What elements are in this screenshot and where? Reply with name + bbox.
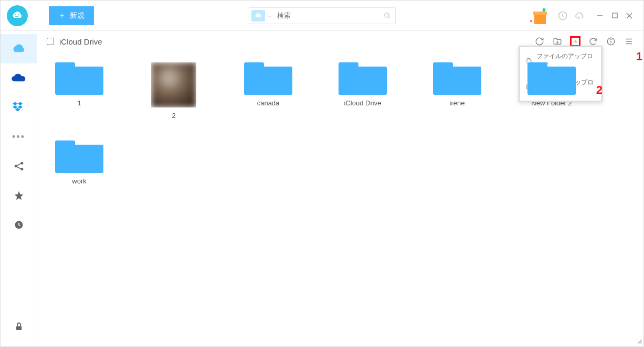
select-all-checkbox[interactable]	[47, 38, 54, 45]
top-right-controls	[530, 5, 638, 26]
folder-icon	[244, 62, 292, 95]
file-grid: 1 2 canada iCloud Drive irene New Folder…	[37, 52, 643, 196]
item-label: 1	[77, 99, 81, 107]
sidebar-item-lock[interactable]	[1, 317, 37, 346]
item-label: irene	[450, 99, 465, 107]
annotation-1: 1	[636, 50, 642, 63]
sidebar-item-icloud[interactable]	[1, 34, 37, 63]
plus-icon: ＋	[58, 11, 66, 20]
svg-line-13	[16, 167, 20, 169]
folder-item[interactable]: iCloud Drive	[331, 62, 394, 120]
search-bar[interactable]: ⌄	[249, 7, 396, 24]
path-bar: iCloud Drive 1 ファイルのアップロード フォルダのアップロード	[37, 31, 643, 52]
top-bar: ＋ 新規 ⌄	[1, 1, 643, 31]
history-icon[interactable]	[557, 10, 568, 21]
folder-icon	[339, 62, 387, 95]
folder-icon	[55, 140, 103, 173]
folder-icon	[527, 62, 576, 95]
maximize-button[interactable]	[611, 12, 618, 19]
sidebar-item-recent[interactable]	[1, 210, 37, 240]
folder-icon	[433, 62, 481, 95]
path-actions	[534, 36, 634, 47]
svg-point-10	[20, 162, 23, 165]
menu-icon[interactable]	[624, 36, 634, 47]
close-button[interactable]	[626, 12, 633, 19]
svg-point-20	[610, 39, 611, 40]
svg-rect-6	[612, 13, 617, 18]
sidebar-item-onedrive[interactable]	[1, 63, 37, 93]
folder-item[interactable]: canada	[237, 62, 300, 120]
breadcrumb[interactable]: iCloud Drive	[59, 37, 102, 46]
item-label: canada	[257, 99, 280, 107]
folder-item[interactable]: irene	[426, 62, 489, 120]
folder-item[interactable]: 1	[48, 62, 111, 120]
main-body: ••• iCloud Drive 1	[1, 31, 643, 346]
image-thumbnail	[151, 62, 196, 107]
svg-point-2	[384, 13, 388, 17]
more-icon: •••	[12, 132, 25, 143]
svg-point-1	[18, 14, 19, 15]
sidebar: •••	[1, 31, 37, 346]
svg-line-3	[388, 16, 389, 18]
annotation-2: 2	[596, 83, 603, 97]
sync-icon[interactable]	[588, 36, 598, 47]
info-icon[interactable]	[606, 36, 616, 47]
app-logo	[7, 5, 28, 26]
chevron-down-icon[interactable]: ⌄	[265, 12, 274, 19]
item-label: 2	[172, 112, 175, 120]
sidebar-item-share[interactable]	[1, 151, 37, 181]
gift-icon[interactable]	[530, 5, 551, 26]
search-input[interactable]	[274, 12, 379, 19]
minimize-button[interactable]	[596, 12, 604, 19]
resize-grip[interactable]: ◢	[637, 338, 641, 344]
item-label: iCloud Drive	[344, 99, 382, 107]
sidebar-item-favorites[interactable]	[1, 181, 37, 210]
new-button[interactable]: ＋ 新規	[49, 6, 94, 25]
folder-item[interactable]: work	[48, 140, 111, 185]
sidebar-item-more[interactable]: •••	[1, 122, 37, 151]
svg-point-0	[15, 14, 16, 15]
cloud-filter-icon[interactable]	[251, 10, 265, 21]
sidebar-item-dropbox[interactable]	[1, 93, 37, 122]
refresh-icon[interactable]	[534, 36, 545, 47]
folder-icon	[55, 62, 103, 95]
item-label: work	[72, 177, 86, 185]
svg-point-11	[20, 168, 23, 170]
svg-rect-15	[16, 326, 22, 330]
new-button-label: 新規	[70, 11, 85, 20]
search-icon[interactable]	[379, 12, 395, 19]
cloud-sync-icon[interactable]	[574, 10, 585, 21]
new-folder-icon[interactable]	[552, 36, 563, 47]
svg-line-12	[16, 164, 20, 166]
content-area: iCloud Drive 1 ファイルのアップロード フォルダのアップロード	[37, 31, 643, 346]
image-item[interactable]: 2	[142, 62, 205, 120]
upload-icon[interactable]	[570, 36, 580, 47]
window-controls	[596, 12, 633, 19]
folder-item[interactable]: New Folder 2	[520, 62, 583, 120]
